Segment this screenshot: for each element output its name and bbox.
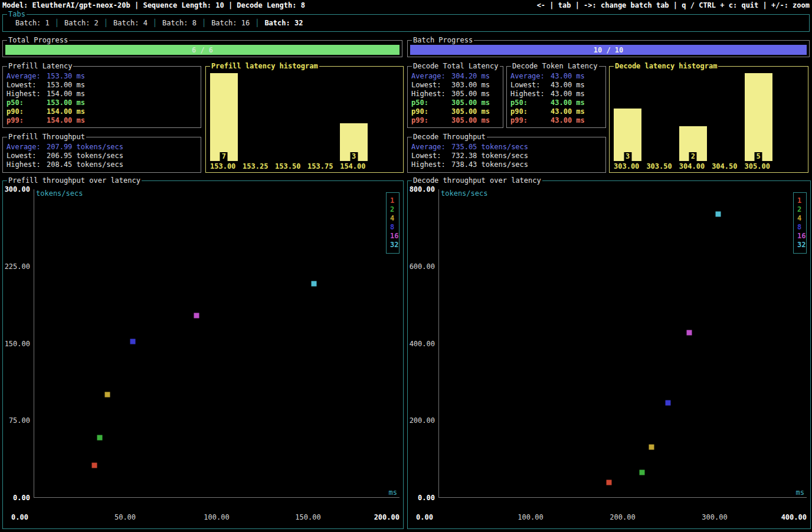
y-tick-label: 400.00 [410, 340, 435, 348]
prefill-histogram-panel: Prefill latency histogram 73153.00153.25… [205, 66, 404, 173]
tab-separator: │ [202, 19, 206, 27]
tabs-panel: Tabs Batch: 1│Batch: 2│Batch: 4│Batch: 8… [2, 14, 810, 32]
histogram-bar-count: 7 [220, 152, 228, 161]
model-info: Model: EleutherAI/gpt-neox-20b | Sequenc… [2, 1, 305, 11]
histogram-plot: 325 [614, 72, 804, 161]
tab-batch-4[interactable]: Batch: 4 [108, 19, 153, 27]
series-legend: 12481632 [386, 192, 400, 254]
stat-label: p99: [510, 116, 551, 125]
stat-label: Average: [6, 72, 47, 81]
histogram-bar-303.00: 3 [614, 109, 641, 161]
legend-item-batch-2: 2 [390, 205, 399, 214]
stat-value: 154.00 ms [47, 107, 85, 116]
prefill-throughput-stats: Average:207.99 tokens/secsLowest:206.95 … [3, 137, 201, 169]
stat-row-highest: Highest:43.00 ms [510, 90, 605, 98]
keybindings-help: <- | tab | ->: change batch tab | q / CT… [537, 1, 810, 11]
tab-batch-16[interactable]: Batch: 16 [206, 19, 255, 27]
histogram-bar-count: 3 [624, 152, 631, 161]
data-point-batch-32 [716, 212, 721, 217]
x-tick-label: 100.00 [204, 513, 229, 521]
y-axis-unit-label: tokens/secs [441, 189, 487, 198]
y-tick-label: 600.00 [410, 262, 435, 271]
decode-scatter-chart: 800.00600.00400.00200.000.000.00100.0020… [408, 181, 810, 528]
stat-label: p90: [6, 107, 47, 116]
legend-item-batch-16: 16 [390, 232, 399, 241]
histogram-bar-count: 5 [755, 152, 762, 161]
stat-label: Highest: [6, 90, 47, 98]
data-point-batch-4 [104, 392, 110, 398]
stat-row-p50: p50:305.00 ms [411, 98, 503, 107]
histogram-bar-305.00: 5 [745, 73, 772, 161]
stat-value: 305.00 ms [451, 107, 490, 116]
stat-row-p90: p90:154.00 ms [6, 107, 201, 116]
decode-token-latency-title: Decode Token Latency [511, 62, 599, 70]
decode-throughput-panel: Decode Throughput Average:735.05 tokens/… [407, 137, 606, 173]
stat-label: p90: [510, 107, 551, 116]
stat-value: 305.00 ms [451, 98, 490, 107]
data-point-batch-2 [97, 435, 103, 441]
legend-item-batch-2: 2 [797, 205, 806, 214]
batch-progress-title: Batch Progress [412, 36, 474, 44]
tab-batch-1[interactable]: Batch: 1 [10, 19, 55, 27]
stat-value: 207.99 tokens/secs [47, 143, 123, 151]
stat-label: Lowest: [6, 152, 47, 160]
histogram-bar-153.00: 7 [210, 73, 238, 161]
histogram-plot: 73 [210, 72, 399, 161]
stat-label: p99: [411, 116, 451, 125]
benchmark-tui: Model: EleutherAI/gpt-neox-20b | Sequenc… [0, 0, 812, 532]
legend-item-batch-4: 4 [797, 214, 806, 223]
histogram-x-axis: 303.00303.50304.00304.50305.00 [614, 161, 804, 170]
tab-batch-32[interactable]: Batch: 32 [259, 19, 308, 27]
tab-separator: │ [255, 19, 259, 27]
stat-label: Average: [411, 143, 451, 152]
stat-value: 43.00 ms [551, 116, 585, 124]
stat-value: 735.05 tokens/secs [451, 143, 528, 151]
x-axis-unit-label: ms [796, 488, 804, 497]
data-point-batch-8 [130, 339, 136, 344]
stat-value: 154.00 ms [47, 90, 85, 98]
legend-item-batch-8: 8 [797, 223, 806, 232]
stat-value: 153.00 ms [47, 81, 85, 89]
legend-item-batch-16: 16 [797, 232, 806, 241]
scatter-plot-area [438, 189, 807, 498]
tab-separator: │ [104, 19, 108, 27]
stat-value: 154.00 ms [47, 116, 85, 124]
prefill-histogram-title: Prefill latency histogram [210, 62, 319, 70]
stat-row-average: Average:153.30 ms [6, 72, 201, 81]
decode-throughput-stats: Average:735.05 tokens/secsLowest:732.38 … [408, 137, 605, 169]
prefill-latency-panel: Prefill Latency Average:153.30 msLowest:… [2, 66, 201, 128]
y-tick-label: 300.00 [5, 185, 30, 193]
stat-label: Lowest: [6, 81, 47, 90]
tab-batch-2[interactable]: Batch: 2 [59, 19, 104, 27]
total-progress-panel: Total Progress 6 / 6 [2, 40, 402, 57]
total-progress-bar: 6 / 6 [5, 45, 400, 55]
histogram-x-tick: 153.75 [307, 162, 333, 170]
y-tick-label: 800.00 [410, 185, 435, 193]
decode-total-latency-title: Decode Total Latency [412, 62, 500, 70]
stat-value: 303.00 ms [451, 81, 490, 89]
total-progress-value: 6 / 6 [192, 46, 213, 54]
total-progress-title: Total Progress [7, 36, 69, 44]
y-axis-ticks: 800.00600.00400.00200.000.00 [408, 189, 436, 498]
tab-batch-8[interactable]: Batch: 8 [157, 19, 202, 27]
stat-label: Highest: [6, 160, 47, 169]
stat-row-p50: p50:153.00 ms [6, 98, 201, 107]
stat-row-p90: p90:305.00 ms [411, 107, 503, 116]
stat-value: 732.38 tokens/secs [451, 152, 528, 160]
stat-value: 43.00 ms [551, 90, 585, 98]
stat-value: 208.45 tokens/secs [47, 160, 123, 169]
decode-total-latency-stats: Average:304.20 msLowest:303.00 msHighest… [408, 67, 503, 125]
stat-value: 738.43 tokens/secs [451, 160, 528, 169]
stat-label: Average: [6, 143, 47, 152]
data-point-batch-1 [92, 463, 97, 468]
y-tick-label: 225.00 [5, 262, 30, 271]
data-point-batch-2 [640, 470, 645, 475]
decode-throughput-title: Decode Throughput [412, 133, 487, 141]
x-tick-label: 200.00 [374, 513, 400, 521]
x-axis-ticks: 0.00100.00200.00300.00400.00 [438, 513, 807, 522]
stat-value: 43.00 ms [551, 72, 585, 80]
decode-token-latency-stats: Average:43.00 msLowest:43.00 msHighest:4… [507, 67, 605, 125]
histogram-x-tick: 153.00 [210, 162, 235, 170]
y-axis-unit-label: tokens/secs [36, 189, 83, 198]
decode-scatter-panel: Decode throughput over latency 800.00600… [407, 180, 811, 529]
